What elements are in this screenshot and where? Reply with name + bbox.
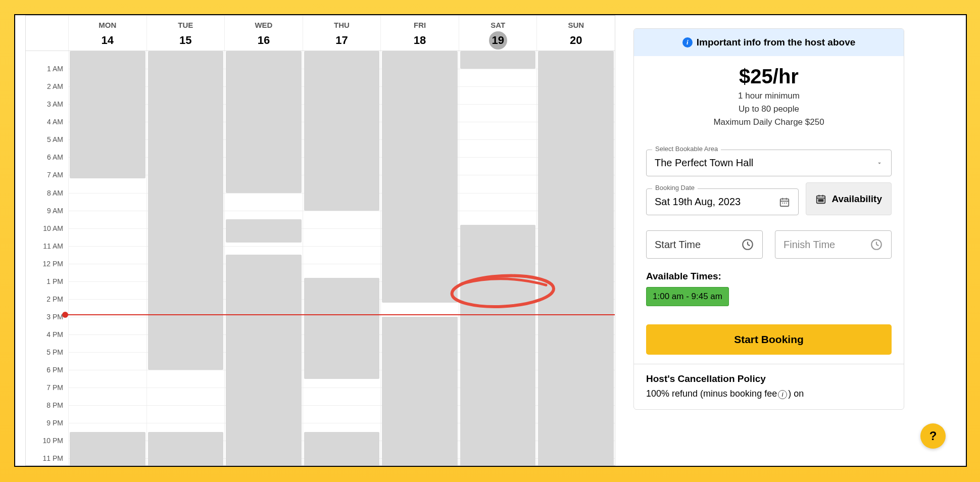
hour-label: 10 AM <box>43 224 63 232</box>
hour-label: 2 AM <box>47 82 63 90</box>
hour-label: 1 PM <box>46 277 63 285</box>
hour-label: 7 AM <box>47 171 63 179</box>
hour-label: 8 AM <box>47 189 63 197</box>
busy-block <box>226 51 302 193</box>
chevron-down-icon <box>876 160 883 167</box>
current-time-line <box>65 314 615 315</box>
svg-line-18 <box>876 245 878 246</box>
busy-block <box>538 51 614 467</box>
day-header-fri[interactable]: FRI18 <box>380 16 459 51</box>
info-icon: i <box>682 37 693 47</box>
info-icon[interactable]: i <box>778 390 787 399</box>
date-value: Sat 19th Aug, 2023 <box>655 196 741 208</box>
finish-time-input[interactable]: Finish Time <box>775 230 892 259</box>
busy-block <box>304 51 380 211</box>
price: $25/hr <box>646 65 892 88</box>
busy-block <box>148 51 224 370</box>
booking-card: iImportant info from the host above $25/… <box>633 28 904 410</box>
day-column[interactable] <box>380 51 459 465</box>
busy-block <box>70 432 145 467</box>
start-booking-button[interactable]: Start Booking <box>646 324 892 355</box>
day-column[interactable] <box>224 51 303 465</box>
svg-line-15 <box>748 245 750 246</box>
day-header-wed[interactable]: WED16 <box>224 16 303 51</box>
help-button[interactable]: ? <box>920 423 946 449</box>
date-input[interactable]: Sat 19th Aug, 2023 <box>646 188 799 215</box>
busy-block <box>460 51 536 69</box>
hour-label: 3 AM <box>47 100 63 108</box>
day-header-mon[interactable]: MON14 <box>68 16 146 51</box>
max-charge: Maximum Daily Charge $250 <box>646 117 892 127</box>
busy-block <box>70 51 145 178</box>
hour-label: 7 PM <box>46 383 63 392</box>
availability-button[interactable]: Availability <box>806 182 892 215</box>
hour-label: 12 PM <box>43 260 63 268</box>
busy-block <box>226 219 302 243</box>
clock-icon <box>870 238 883 251</box>
hour-label: 10 PM <box>43 437 63 445</box>
hour-label: 3 PM <box>46 313 63 321</box>
busy-block <box>148 432 224 467</box>
hour-label: 2 PM <box>46 295 63 303</box>
svg-rect-12 <box>819 199 823 201</box>
info-banner: iImportant info from the host above <box>634 29 904 56</box>
busy-block <box>304 432 380 467</box>
hour-label: 1 AM <box>47 65 63 73</box>
calendar-icon <box>779 197 790 208</box>
hour-label: 5 PM <box>46 348 63 356</box>
date-label: Booking Date <box>652 184 698 191</box>
busy-block <box>460 225 536 467</box>
calendar-week-view[interactable]: MON14TUE15WED16THU17FRI18SAT19SUN20 1 AM… <box>25 15 615 466</box>
hour-label: 6 PM <box>46 366 63 374</box>
max-people: Up to 80 people <box>646 104 892 114</box>
busy-block <box>304 278 380 379</box>
hour-label: 5 AM <box>47 135 63 143</box>
hour-label: 11 PM <box>43 454 63 462</box>
hour-label: 4 PM <box>46 330 63 339</box>
area-label: Select Bookable Area <box>652 145 721 153</box>
calendar-range-icon <box>815 194 826 205</box>
day-header-sun[interactable]: SUN20 <box>536 16 615 51</box>
hour-label: 4 AM <box>47 118 63 126</box>
busy-block <box>226 255 302 467</box>
banner-text: Important info from the host above <box>697 37 856 48</box>
day-header-sat[interactable]: SAT19 <box>459 16 537 51</box>
hour-label: 9 AM <box>47 207 63 215</box>
day-column[interactable] <box>536 51 615 465</box>
busy-block <box>382 317 458 467</box>
day-column[interactable] <box>459 51 537 465</box>
day-column[interactable] <box>303 51 381 465</box>
minimum-hours: 1 hour minimum <box>646 91 892 101</box>
day-header-thu[interactable]: THU17 <box>303 16 381 51</box>
day-header-tue[interactable]: TUE15 <box>146 16 225 51</box>
available-times-title: Available Times: <box>646 271 892 282</box>
clock-icon <box>741 238 754 251</box>
start-time-input[interactable]: Start Time <box>646 230 763 259</box>
available-time-chip[interactable]: 1:00 am - 9:45 am <box>646 287 729 306</box>
day-column[interactable] <box>146 51 225 465</box>
policy-text: 100% refund (minus booking feei) on <box>646 388 892 400</box>
hour-label: 8 PM <box>46 401 63 409</box>
day-column[interactable] <box>68 51 146 465</box>
area-value: The Perfect Town Hall <box>655 157 753 169</box>
busy-block <box>382 51 458 303</box>
hour-label: 6 AM <box>47 153 63 161</box>
hour-label: 9 PM <box>46 419 63 427</box>
policy-title: Host's Cancellation Policy <box>646 373 892 384</box>
area-select[interactable]: The Perfect Town Hall <box>646 150 892 176</box>
hour-label: 11 AM <box>43 242 63 250</box>
